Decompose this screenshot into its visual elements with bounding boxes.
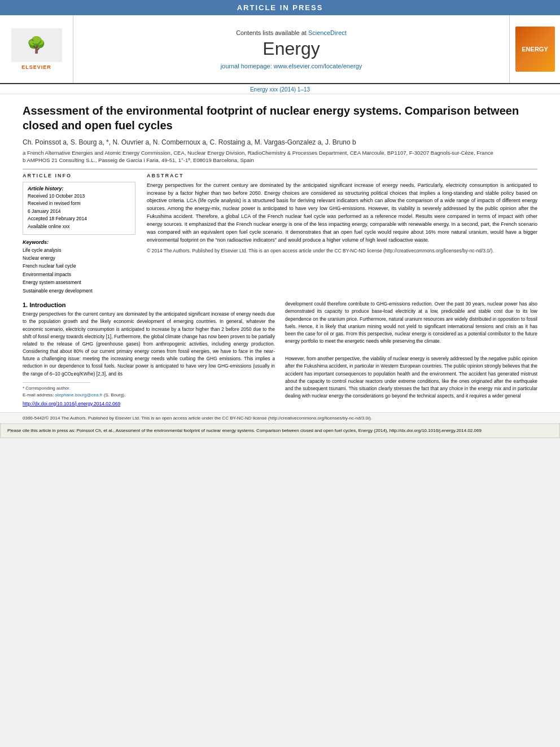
keywords-label: Keywords: [23,239,135,245]
copyright-line: © 2014 The Authors. Published by Elsevie… [147,248,537,254]
doi-bottom-link[interactable]: http://dx.doi.org/10.1016/j.energy.2014.… [23,401,120,407]
affil-b: b AMPHOS 21 Consulting S.L., Passeig de … [23,156,537,164]
email-address: stephane.bourg@cea.fr [55,392,103,397]
revised-date: 6 January 2014 [28,208,130,216]
energy-logo-block: ENERGY [509,15,560,83]
article-info-box: Article history: Received 10 October 201… [23,182,135,235]
sciencedirect-link[interactable]: ScienceDirect [308,29,347,36]
article-in-press-banner: ARTICLE IN PRESS [0,0,560,15]
cite-box: Please cite this article in press as: Po… [0,423,560,438]
affil-a: a French Alternative Energies and Atomic… [23,149,537,156]
elsevier-label: ELSEVIER [21,64,51,70]
journal-header: 🌳 ELSEVIER Contents lists available at S… [0,15,560,84]
article-info-header: ARTICLE INFO [23,173,135,178]
email-name: (S. Bourg). [104,392,126,397]
email-label: E-mail address: [23,392,54,397]
accepted-date: Accepted 18 February 2014 [28,215,130,223]
main-body: 1. Introduction Energy perspectives for … [0,295,560,412]
bottom-bar: 0360-5442/© 2014 The Authors. Published … [0,412,560,424]
keywords-box: Keywords: Life cycle analysis Nuclear en… [23,239,135,295]
kw4: Environmental impacts [23,270,135,278]
elsevier-logo-img: 🌳 [11,28,62,62]
body-right: development could therefore contribute t… [285,300,537,407]
sciencedirect-line: Contents lists available at ScienceDirec… [236,29,347,36]
issn-line: 0360-5442/© 2014 The Authors. Published … [23,415,537,422]
kw1: Life cycle analysis [23,246,135,254]
received-revised-label: Received in revised form [28,200,130,208]
footnote: * Corresponding author. E-mail address: … [23,385,275,399]
info-dates: Received 10 October 2013 Received in rev… [28,193,130,231]
doi-top: Energy xxx (2014) 1–13 [250,86,310,93]
body-left: 1. Introduction Energy perspectives for … [23,300,275,407]
elsevier-logo-block: 🌳 ELSEVIER [0,15,73,83]
elsevier-tree-icon: 🌳 [27,37,46,53]
affiliations: a French Alternative Energies and Atomic… [23,149,537,164]
doi-bottom: http://dx.doi.org/10.1016/j.energy.2014.… [23,401,275,407]
cite-text: Please cite this article in press as: Po… [7,428,482,433]
journal-center: Contents lists available at ScienceDirec… [73,15,509,83]
abstract-text: Energy perspectives for the current cent… [147,182,537,245]
kw3: French nuclear fuel cycle [23,262,135,270]
kw6: Sustainable energy development [23,287,135,295]
footnote-divider [23,382,90,383]
section1-title-text: Introduction [29,302,65,308]
energy-logo-img: ENERGY [515,27,555,72]
doi-top-line: Energy xxx (2014) 1–13 [0,84,560,94]
page: ARTICLE IN PRESS 🌳 ELSEVIER Contents lis… [0,0,560,438]
corresponding-author: * Corresponding author. [23,385,275,392]
kw5: Energy system assessment [23,278,135,286]
keywords-list: Life cycle analysis Nuclear energy Frenc… [23,246,135,295]
intro-left-text: Energy perspectives for the current cent… [23,311,275,378]
article-info-col: ARTICLE INFO Article history: Received 1… [23,173,135,295]
received-date: Received 10 October 2013 [28,193,130,200]
article-title: Assessment of the environmental footprin… [23,103,537,133]
section1-title: 1. Introduction [23,302,275,308]
section1-number: 1. [23,302,28,308]
abstract-col: ABSTRACT Energy perspectives for the cur… [147,173,537,295]
intro-right-text2: However, from another perspective, the v… [285,355,537,400]
banner-text: ARTICLE IN PRESS [237,3,323,12]
kw2: Nuclear energy [23,254,135,262]
copyright-text: © 2014 The Authors. Published by Elsevie… [147,248,494,254]
journal-homepage: journal homepage: www.elsevier.com/locat… [221,63,362,69]
email-line: E-mail address: stephane.bourg@cea.fr (S… [23,392,275,399]
article-content: Assessment of the environmental footprin… [0,94,560,295]
sciencedirect-label: Contents lists available at [236,29,307,36]
available-online: Available online xxx [28,223,130,231]
abstract-header: ABSTRACT [147,173,537,178]
energy-logo-text: ENERGY [522,46,548,53]
journal-title: Energy [262,38,320,59]
authors-text: Ch. Poinssot a, S. Bourg a, *, N. Ouvrie… [23,138,356,146]
history-label: Article history: [28,186,130,191]
intro-right-text1: development could therefore contribute t… [285,300,537,345]
two-col-section: ARTICLE INFO Article history: Received 1… [23,169,537,295]
authors: Ch. Poinssot a, S. Bourg a, *, N. Ouvrie… [23,138,537,146]
